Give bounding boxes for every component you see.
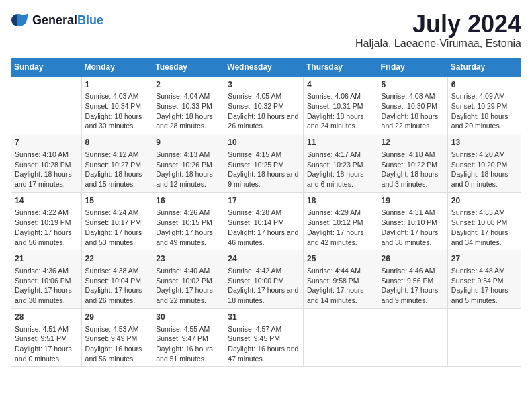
- day-number: 9: [156, 137, 220, 148]
- day-info: Sunrise: 4:15 AMSunset: 10:25 PMDaylight…: [228, 150, 300, 189]
- calendar-cell: 18Sunrise: 4:29 AMSunset: 10:12 PMDaylig…: [303, 192, 378, 250]
- day-info: Sunrise: 4:31 AMSunset: 10:10 PMDaylight…: [382, 208, 444, 247]
- day-info: Sunrise: 4:12 AMSunset: 10:27 PMDaylight…: [85, 150, 149, 189]
- calendar-cell: 22Sunrise: 4:38 AMSunset: 10:04 PMDaylig…: [81, 250, 152, 309]
- calendar-cell: 8Sunrise: 4:12 AMSunset: 10:27 PMDayligh…: [81, 134, 152, 193]
- day-info: Sunrise: 4:03 AMSunset: 10:34 PMDaylight…: [85, 91, 149, 131]
- logo-text: GeneralBlue: [32, 13, 103, 28]
- day-info: Sunrise: 4:22 AMSunset: 10:19 PMDaylight…: [15, 208, 78, 247]
- day-info: Sunrise: 4:06 AMSunset: 10:31 PMDaylight…: [307, 91, 374, 131]
- weekday-header-thursday: Thursday: [303, 58, 378, 76]
- calendar-cell: [11, 76, 82, 134]
- day-info: Sunrise: 4:53 AMSunset: 9:49 PMDaylight:…: [85, 324, 149, 364]
- day-number: 21: [15, 253, 78, 265]
- day-number: 22: [85, 253, 149, 265]
- day-number: 1: [85, 79, 149, 91]
- calendar-cell: 30Sunrise: 4:55 AMSunset: 9:47 PMDayligh…: [152, 308, 224, 367]
- day-number: 18: [307, 195, 374, 207]
- day-info: Sunrise: 4:10 AMSunset: 10:28 PMDaylight…: [15, 150, 78, 189]
- calendar-cell: 9Sunrise: 4:13 AMSunset: 10:26 PMDayligh…: [152, 134, 224, 193]
- weekday-header-monday: Monday: [81, 58, 152, 76]
- calendar-cell: 10Sunrise: 4:15 AMSunset: 10:25 PMDaylig…: [224, 134, 304, 193]
- day-info: Sunrise: 4:18 AMSunset: 10:22 PMDaylight…: [382, 150, 444, 189]
- calendar-cell: 1Sunrise: 4:03 AMSunset: 10:34 PMDayligh…: [81, 76, 152, 134]
- logo-general: General: [32, 13, 77, 27]
- day-info: Sunrise: 4:24 AMSunset: 10:17 PMDaylight…: [85, 208, 149, 247]
- day-number: 27: [451, 253, 517, 265]
- calendar-cell: 23Sunrise: 4:40 AMSunset: 10:02 PMDaylig…: [152, 250, 224, 309]
- logo-blue: Blue: [77, 13, 103, 27]
- day-number: 15: [85, 195, 149, 207]
- day-number: 11: [307, 137, 374, 148]
- calendar-cell: 16Sunrise: 4:26 AMSunset: 10:15 PMDaylig…: [152, 192, 224, 250]
- day-number: 16: [156, 195, 220, 207]
- calendar-cell: 29Sunrise: 4:53 AMSunset: 9:49 PMDayligh…: [81, 308, 152, 367]
- title-block: July 2024 Haljala, Laeaene-Virumaa, Esto…: [355, 11, 521, 50]
- day-info: Sunrise: 4:28 AMSunset: 10:14 PMDaylight…: [228, 208, 300, 247]
- calendar-cell: 11Sunrise: 4:17 AMSunset: 10:23 PMDaylig…: [303, 134, 378, 193]
- calendar-table: SundayMondayTuesdayWednesdayThursdayFrid…: [11, 58, 521, 367]
- calendar-cell: 26Sunrise: 4:46 AMSunset: 9:56 PMDayligh…: [378, 250, 447, 309]
- calendar-body: 1Sunrise: 4:03 AMSunset: 10:34 PMDayligh…: [11, 76, 521, 367]
- day-number: 20: [451, 195, 517, 207]
- day-number: 5: [382, 79, 444, 91]
- day-number: 19: [382, 195, 444, 207]
- calendar-cell: 3Sunrise: 4:05 AMSunset: 10:32 PMDayligh…: [224, 76, 304, 134]
- calendar-cell: 12Sunrise: 4:18 AMSunset: 10:22 PMDaylig…: [378, 134, 447, 193]
- calendar-cell: 28Sunrise: 4:51 AMSunset: 9:51 PMDayligh…: [11, 308, 82, 367]
- day-number: 6: [451, 79, 517, 91]
- day-info: Sunrise: 4:38 AMSunset: 10:04 PMDaylight…: [85, 266, 149, 306]
- day-number: 24: [228, 253, 300, 265]
- weekday-header-sunday: Sunday: [11, 58, 82, 76]
- calendar-cell: 24Sunrise: 4:42 AMSunset: 10:00 PMDaylig…: [224, 250, 304, 309]
- logo-icon: [11, 11, 30, 30]
- calendar-cell: [378, 308, 447, 367]
- day-number: 2: [156, 79, 220, 91]
- month-title: July 2024: [355, 11, 521, 38]
- calendar-cell: 27Sunrise: 4:48 AMSunset: 9:54 PMDayligh…: [447, 250, 521, 309]
- calendar-cell: 21Sunrise: 4:36 AMSunset: 10:06 PMDaylig…: [11, 250, 82, 309]
- day-info: Sunrise: 4:48 AMSunset: 9:54 PMDaylight:…: [451, 266, 517, 306]
- day-info: Sunrise: 4:44 AMSunset: 9:58 PMDaylight:…: [307, 266, 374, 306]
- day-number: 7: [15, 137, 78, 148]
- calendar-cell: [303, 308, 378, 367]
- calendar-week-1: 1Sunrise: 4:03 AMSunset: 10:34 PMDayligh…: [11, 76, 521, 134]
- day-info: Sunrise: 4:51 AMSunset: 9:51 PMDaylight:…: [15, 324, 78, 364]
- day-number: 14: [15, 195, 78, 207]
- weekday-header-wednesday: Wednesday: [224, 58, 304, 76]
- day-info: Sunrise: 4:33 AMSunset: 10:08 PMDaylight…: [451, 208, 517, 247]
- calendar-week-2: 7Sunrise: 4:10 AMSunset: 10:28 PMDayligh…: [11, 134, 521, 193]
- day-number: 30: [156, 312, 220, 323]
- day-info: Sunrise: 4:09 AMSunset: 10:29 PMDaylight…: [451, 91, 517, 131]
- weekday-header-friday: Friday: [378, 58, 447, 76]
- day-number: 23: [156, 253, 220, 265]
- day-info: Sunrise: 4:17 AMSunset: 10:23 PMDaylight…: [307, 150, 374, 189]
- day-info: Sunrise: 4:57 AMSunset: 9:45 PMDaylight:…: [228, 324, 300, 364]
- day-info: Sunrise: 4:42 AMSunset: 10:00 PMDaylight…: [228, 266, 300, 306]
- calendar-cell: 5Sunrise: 4:08 AMSunset: 10:30 PMDayligh…: [378, 76, 447, 134]
- logo: GeneralBlue: [11, 11, 103, 30]
- day-number: 26: [382, 253, 444, 265]
- day-number: 31: [228, 312, 300, 323]
- calendar-cell: 31Sunrise: 4:57 AMSunset: 9:45 PMDayligh…: [224, 308, 304, 367]
- weekday-header-saturday: Saturday: [447, 58, 521, 76]
- day-info: Sunrise: 4:36 AMSunset: 10:06 PMDaylight…: [15, 266, 78, 306]
- day-info: Sunrise: 4:05 AMSunset: 10:32 PMDaylight…: [228, 91, 300, 131]
- day-info: Sunrise: 4:40 AMSunset: 10:02 PMDaylight…: [156, 266, 220, 306]
- calendar-cell: 17Sunrise: 4:28 AMSunset: 10:14 PMDaylig…: [224, 192, 304, 250]
- day-number: 12: [382, 137, 444, 148]
- day-info: Sunrise: 4:04 AMSunset: 10:33 PMDaylight…: [156, 91, 220, 131]
- day-number: 13: [451, 137, 517, 148]
- day-number: 28: [15, 312, 78, 323]
- calendar-week-3: 14Sunrise: 4:22 AMSunset: 10:19 PMDaylig…: [11, 192, 521, 250]
- day-info: Sunrise: 4:26 AMSunset: 10:15 PMDaylight…: [156, 208, 220, 247]
- calendar-week-4: 21Sunrise: 4:36 AMSunset: 10:06 PMDaylig…: [11, 250, 521, 309]
- day-number: 4: [307, 79, 374, 91]
- calendar-cell: 2Sunrise: 4:04 AMSunset: 10:33 PMDayligh…: [152, 76, 224, 134]
- calendar-header-row: SundayMondayTuesdayWednesdayThursdayFrid…: [11, 58, 521, 76]
- calendar-cell: 15Sunrise: 4:24 AMSunset: 10:17 PMDaylig…: [81, 192, 152, 250]
- calendar-cell: 6Sunrise: 4:09 AMSunset: 10:29 PMDayligh…: [447, 76, 521, 134]
- day-info: Sunrise: 4:08 AMSunset: 10:30 PMDaylight…: [382, 91, 444, 131]
- page-header: GeneralBlue July 2024 Haljala, Laeaene-V…: [11, 11, 521, 50]
- calendar-cell: 4Sunrise: 4:06 AMSunset: 10:31 PMDayligh…: [303, 76, 378, 134]
